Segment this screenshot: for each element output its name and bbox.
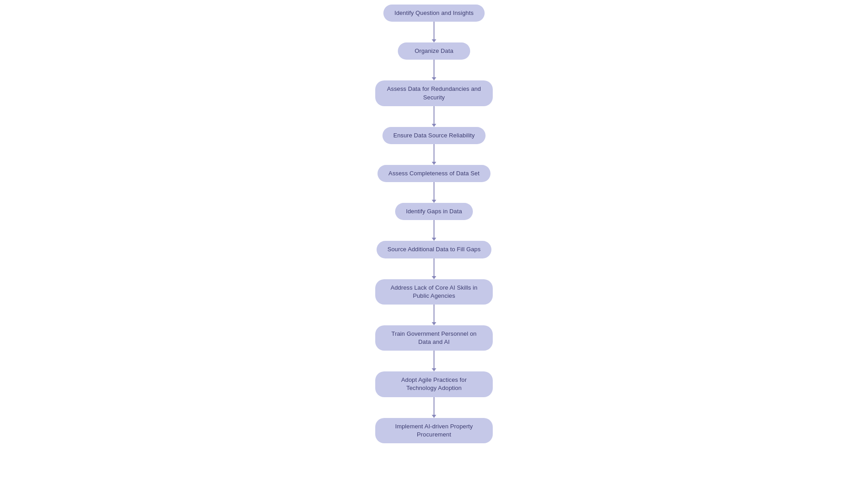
arrow-head — [432, 162, 436, 165]
node-2: Organize Data — [398, 42, 470, 60]
arrow-line — [434, 182, 434, 200]
node-7: Source Additional Data to Fill Gaps — [377, 241, 491, 258]
arrow-3 — [432, 106, 436, 127]
arrow-line — [434, 144, 434, 162]
arrow-9 — [432, 351, 436, 371]
arrow-8 — [432, 305, 436, 325]
arrow-line — [434, 22, 434, 40]
arrow-head — [432, 77, 436, 80]
arrow-5 — [432, 182, 436, 203]
arrow-head — [432, 368, 436, 371]
arrow-7 — [432, 258, 436, 279]
node-10: Adopt Agile Practices for Technology Ado… — [375, 371, 493, 397]
arrow-head — [432, 276, 436, 279]
arrow-head — [432, 200, 436, 203]
arrow-10 — [432, 397, 436, 418]
node-8: Address Lack of Core AI Skills in Public… — [375, 279, 493, 305]
arrow-line — [434, 106, 434, 124]
node-9: Train Government Personnel on Data and A… — [375, 325, 493, 351]
arrow-line — [434, 60, 434, 78]
arrow-head — [432, 124, 436, 127]
arrow-4 — [432, 144, 436, 165]
arrow-head — [432, 39, 436, 42]
arrow-1 — [432, 22, 436, 42]
arrow-line — [434, 258, 434, 277]
arrow-head — [432, 415, 436, 418]
node-4: Ensure Data Source Reliability — [382, 127, 486, 144]
node-11: Implement AI-driven Property Procurement — [375, 418, 493, 443]
arrow-line — [434, 305, 434, 323]
arrow-head — [432, 238, 436, 241]
arrow-line — [434, 351, 434, 369]
node-3: Assess Data for Redundancies and Securit… — [375, 80, 493, 106]
node-1: Identify Question and Insights — [383, 5, 484, 22]
flowchart-container: Identify Question and InsightsOrganize D… — [321, 0, 547, 443]
node-5: Assess Completeness of Data Set — [377, 165, 490, 182]
arrow-line — [434, 220, 434, 238]
arrow-head — [432, 322, 436, 325]
arrow-6 — [432, 220, 436, 241]
arrow-line — [434, 397, 434, 415]
arrow-2 — [432, 60, 436, 80]
node-6: Identify Gaps in Data — [395, 203, 473, 220]
